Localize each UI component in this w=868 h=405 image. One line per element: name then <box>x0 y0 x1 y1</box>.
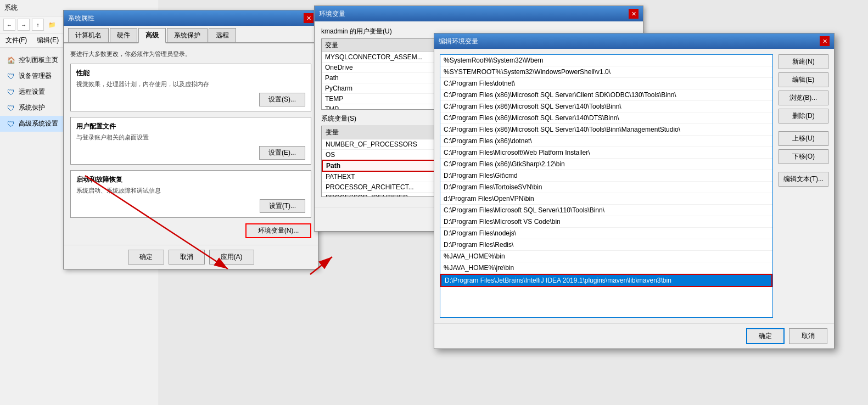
startup-settings-button[interactable]: 设置(T)... <box>260 199 305 213</box>
tab-system-protection[interactable]: 系统保护 <box>167 28 208 42</box>
edit-env-buttons: 新建(N) 编辑(E) 浏览(B)... 删除(D) 上移(U) 下移(O) 编… <box>779 54 828 318</box>
path-item[interactable]: C:\Program Files (x86)\Microsoft SQL Ser… <box>440 113 772 124</box>
env-dialog-close-button[interactable]: ✕ <box>629 9 639 19</box>
startup-desc: 系统启动、系统故障和调试信息 <box>76 187 305 195</box>
env-dialog-title: 环境变量 <box>319 9 345 19</box>
edit-env-ok-button[interactable]: 确定 <box>746 328 785 344</box>
edit-env-cancel-button[interactable]: 取消 <box>789 328 827 344</box>
sysprops-cancel-button[interactable]: 取消 <box>169 250 205 265</box>
sysprops-ok-button[interactable]: 确定 <box>128 250 164 265</box>
path-item[interactable]: D:\Program Files\Git\cmd <box>440 170 772 182</box>
path-item[interactable]: D:\Program Files\nodejs\ <box>440 228 772 239</box>
edit-env-edit-text-button[interactable]: 编辑文本(T)... <box>779 172 828 187</box>
path-item[interactable]: D:\Program Files\Redis\ <box>440 239 772 251</box>
sidebar-device-label: 设备管理器 <box>19 71 52 81</box>
env-dialog-titlebar: 环境变量 ✕ <box>315 6 643 21</box>
sysprops-close-button[interactable]: ✕ <box>304 13 313 23</box>
env-variables-button[interactable]: 环境变量(N)... <box>245 223 311 238</box>
sidebar-advanced-label: 高级系统设置 <box>19 119 58 128</box>
path-item[interactable]: C:\Program Files (x86)\dotnet\ <box>440 136 772 147</box>
edit-env-footer: 确定 取消 <box>434 323 834 348</box>
sysprops-footer: 确定 取消 应用(A) <box>64 245 318 269</box>
path-item[interactable]: %JAVA_HOME%\jre\bin <box>440 262 772 274</box>
performance-section: 性能 视觉效果，处理器计划，内存使用，以及虚拟内存 设置(S)... <box>70 64 311 111</box>
sysprops-titlebar: 系统属性 ✕ <box>64 10 318 26</box>
home-icon: 🏠 <box>7 56 15 65</box>
tab-computer-name[interactable]: 计算机名 <box>68 28 109 42</box>
sysprops-title: 系统属性 <box>68 14 94 23</box>
edit-env-move-up-button[interactable]: 上移(U) <box>779 131 828 146</box>
user-profiles-section: 用户配置文件 与登录账户相关的桌面设置 设置(E)... <box>70 117 311 165</box>
edit-env-close-button[interactable]: ✕ <box>820 36 830 46</box>
startup-title: 启动和故障恢复 <box>76 175 305 184</box>
path-item[interactable]: D:\Program Files\JetBrains\IntelliJ IDEA… <box>440 274 772 287</box>
nav-forward-button[interactable]: → <box>18 19 30 31</box>
performance-desc: 视觉效果，处理器计划，内存使用，以及虚拟内存 <box>76 80 305 88</box>
remote-icon: 🛡 <box>7 88 15 97</box>
edit-env-move-down-button[interactable]: 下移(O) <box>779 149 828 164</box>
path-item[interactable]: C:\Program Files (x86)\GtkSharp\2.12\bin <box>440 159 772 170</box>
user-profiles-settings-button[interactable]: 设置(E)... <box>259 146 305 160</box>
path-item[interactable]: %SYSTEMROOT%\System32\WindowsPowerShell\… <box>440 66 772 78</box>
path-item[interactable]: d:\Program Files\OpenVPN\bin <box>440 193 772 205</box>
protection-icon: 🛡 <box>7 104 15 113</box>
path-item[interactable]: C:\Program Files\Microsoft\Web Platform … <box>440 147 772 159</box>
path-item[interactable]: C:\Program Files (x86)\Microsoft SQL Ser… <box>440 124 772 136</box>
nav-back-button[interactable]: ← <box>3 19 15 31</box>
sysprops-dialog: 系统属性 ✕ 计算机名 硬件 高级 系统保护 远程 要进行大多数更改，你必须作为… <box>63 10 318 269</box>
menu-edit[interactable]: 编辑(E) <box>35 35 61 46</box>
path-item[interactable]: C:\Program Files (x86)\Microsoft SQL Ser… <box>440 89 772 101</box>
path-list: %SystemRoot%\System32\Wbem%SYSTEMROOT%\S… <box>440 55 772 287</box>
path-item[interactable]: %SystemRoot%\System32\Wbem <box>440 55 772 66</box>
path-item[interactable]: C:\Program Files (x86)\Microsoft SQL Ser… <box>440 101 772 113</box>
user-profiles-title: 用户配置文件 <box>76 122 305 131</box>
edit-env-dialog: 编辑环境变量 ✕ %SystemRoot%\System32\Wbem%SYST… <box>434 33 835 349</box>
system-window-title: 系统 <box>4 3 18 13</box>
tab-advanced[interactable]: 高级 <box>138 28 166 43</box>
path-item[interactable]: D:\Program Files\Microsoft VS Code\bin <box>440 216 772 228</box>
edit-env-content: %SystemRoot%\System32\Wbem%SYSTEMROOT%\S… <box>434 49 834 323</box>
path-item[interactable]: D:\Program Files\TortoiseSVN\bin <box>440 182 772 193</box>
sidebar-remote-label: 远程设置 <box>19 87 45 97</box>
path-item[interactable]: C:\Program Files\dotnet\ <box>440 78 772 89</box>
user-profiles-desc: 与登录账户相关的桌面设置 <box>76 133 305 142</box>
device-icon: 🛡 <box>7 72 15 81</box>
nav-up-button[interactable]: ↑ <box>32 19 44 31</box>
sysprops-tabs: 计算机名 硬件 高级 系统保护 远程 <box>64 26 318 43</box>
sysprops-content: 要进行大多数更改，你必须作为管理员登录。 性能 视觉效果，处理器计划，内存使用，… <box>64 43 318 245</box>
edit-env-titlebar: 编辑环境变量 ✕ <box>434 33 834 49</box>
edit-env-title: 编辑环境变量 <box>439 37 478 46</box>
sidebar-home-label: 控制面板主页 <box>19 55 58 65</box>
performance-title: 性能 <box>76 69 305 78</box>
edit-env-new-button[interactable]: 新建(N) <box>779 54 828 69</box>
menu-file[interactable]: 文件(F) <box>3 35 29 46</box>
tab-hardware[interactable]: 硬件 <box>110 28 137 42</box>
address-bar-stub: 📁 <box>48 21 56 29</box>
edit-env-browse-button[interactable]: 浏览(B)... <box>779 91 828 105</box>
sysprops-warning: 要进行大多数更改，你必须作为管理员登录。 <box>70 50 311 58</box>
edit-env-edit-button[interactable]: 编辑(E) <box>779 72 828 87</box>
performance-settings-button[interactable]: 设置(S)... <box>259 93 305 106</box>
startup-recovery-section: 启动和故障恢复 系统启动、系统故障和调试信息 设置(T)... <box>70 170 311 218</box>
sidebar-protection-label: 系统保护 <box>19 103 45 113</box>
path-item[interactable]: %JAVA_HOME%\bin <box>440 251 772 262</box>
tab-remote[interactable]: 远程 <box>209 28 236 42</box>
path-item[interactable]: C:\Program Files\Microsoft SQL Server\11… <box>440 205 772 216</box>
advanced-icon: 🛡 <box>7 120 15 128</box>
sysprops-apply-button[interactable]: 应用(A) <box>209 250 254 265</box>
edit-env-delete-button[interactable]: 删除(D) <box>779 109 828 123</box>
path-list-container[interactable]: %SystemRoot%\System32\Wbem%SYSTEMROOT%\S… <box>440 54 773 318</box>
